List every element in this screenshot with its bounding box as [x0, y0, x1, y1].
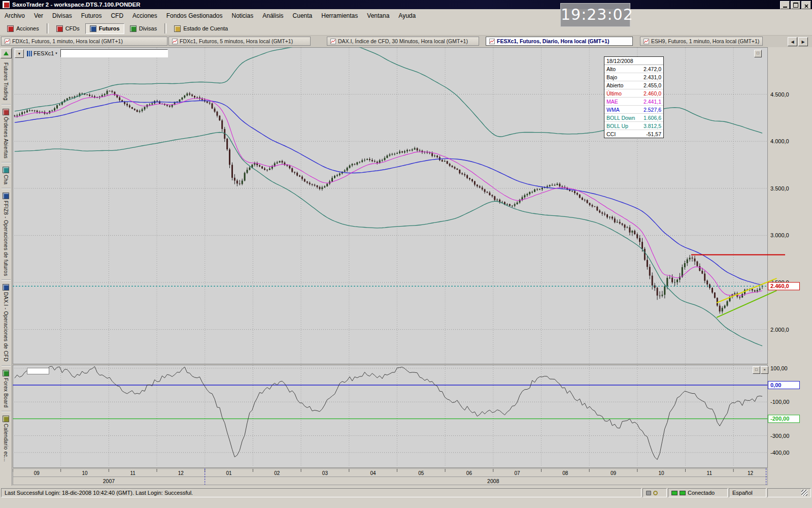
chart-icon: [172, 39, 178, 44]
tooltip-row: CCI-51,57: [604, 130, 663, 138]
chart-icon: [5, 39, 10, 44]
sidebar-item-forex-board[interactable]: Forex Board: [3, 370, 9, 407]
toolbar-divisas[interactable]: Divisas: [125, 23, 161, 34]
toolbar-futuros[interactable]: Futuros: [85, 23, 124, 34]
svg-text:02: 02: [274, 470, 280, 476]
tooltip-row: Abierto2.455,0: [604, 81, 663, 89]
sidebar-expand-button[interactable]: [1, 48, 12, 58]
svg-text:10: 10: [659, 470, 665, 476]
svg-text:04: 04: [370, 470, 377, 476]
key-icon: [653, 491, 658, 495]
divisas-icon: [130, 25, 137, 32]
menu-archivo[interactable]: Archivo: [0, 11, 29, 21]
symbol-input[interactable]: [60, 49, 168, 57]
chevron-down-icon: ▾: [55, 51, 57, 55]
forex-board-icon: [3, 370, 9, 376]
sidebar-separator: [2, 411, 11, 412]
menu-cfd[interactable]: CFD: [106, 11, 128, 21]
svg-text:3.000,0: 3.000,0: [770, 232, 789, 238]
sidebar-item-chart[interactable]: Cha: [3, 167, 9, 184]
toolbar: Acciones CFDs Futuros Divisas Estado de …: [0, 22, 812, 36]
monitor-icon: [680, 491, 686, 495]
cfds-icon: [56, 25, 63, 32]
tab-fesxc1-diario[interactable]: FESXc1, Futuros, Diario, Hora local (GMT…: [486, 37, 633, 46]
menu-ver[interactable]: Ver: [29, 11, 48, 21]
svg-text:4.500,0: 4.500,0: [770, 91, 789, 98]
tooltip-row: BOLL Up3.812,5: [604, 122, 663, 130]
sidebar-separator: [2, 104, 11, 105]
svg-text:09: 09: [34, 470, 40, 476]
futures-trade-icon: [3, 193, 9, 199]
svg-text:2.460,0: 2.460,0: [770, 283, 789, 289]
sidebar-separator: [2, 162, 11, 163]
svg-text:4.000,0: 4.000,0: [770, 138, 789, 144]
tab-scroll-left-button[interactable]: ◀: [788, 37, 797, 46]
menu-divisas[interactable]: Divisas: [48, 11, 77, 21]
status-login-text: Last Successful Login: 18-dic-2008 10:42…: [1, 488, 641, 497]
status-bar: Last Successful Login: 18-dic-2008 10:42…: [0, 487, 812, 499]
tab-fdxc1-1min[interactable]: FDXc1, Futuros, 1 minuto, Hora local (GM…: [1, 37, 167, 46]
tab-daxi-30min[interactable]: DAX.I, Índice de CFD, 30 Minutos, Hora l…: [327, 37, 479, 46]
sidebar-item-ordenes-abiertas[interactable]: Órdenes Abiertas: [3, 109, 9, 158]
tooltip-row: Último2.460,0: [604, 89, 663, 98]
sidebar-item-ffiz8[interactable]: FFIZ8 - Operaciones de futuros: [3, 193, 9, 276]
sidebar: Futures Trading Órdenes Abiertas Cha FFI…: [0, 47, 12, 486]
sidebar-item-calendario[interactable]: Calendario ec...: [3, 416, 9, 462]
svg-text:100,00: 100,00: [770, 365, 788, 371]
menu-herramientas[interactable]: Herramientas: [317, 11, 362, 21]
maximize-button[interactable]: [791, 1, 800, 9]
chart-panel-icon: [3, 167, 9, 173]
futuros-icon: [90, 25, 96, 32]
lock-icon: [646, 491, 651, 495]
monitor-icon: [671, 491, 678, 495]
status-empty-cell: [767, 488, 811, 497]
price-panel-restore-button[interactable]: □: [754, 50, 762, 57]
indicator-restore-button[interactable]: □: [753, 366, 760, 374]
clock-overlay: 19:23:02: [560, 3, 630, 27]
svg-text:07: 07: [515, 470, 521, 476]
orders-icon: [3, 109, 9, 115]
chart-canvas[interactable]: 4.500,04.000,03.500,03.000,02.500,02.000…: [13, 47, 812, 486]
minimize-button[interactable]: [780, 1, 790, 9]
svg-text:3.500,0: 3.500,0: [770, 185, 789, 192]
indicator-close-button[interactable]: ×: [761, 366, 768, 374]
sidebar-separator: [2, 188, 11, 189]
tooltip-date: 18/12/2008: [604, 57, 663, 65]
maximize-icon: [793, 3, 798, 8]
toolbar-estado-de-cuenta[interactable]: Estado de Cuenta: [170, 23, 232, 34]
language-label: Español: [732, 490, 753, 496]
tab-esh9-1min[interactable]: ESH9, Futuros, 1 minuto, Hora local (GMT…: [640, 37, 763, 46]
chart-dropdown-button[interactable]: ▼: [15, 49, 24, 58]
window-frame-bottom: [0, 499, 812, 508]
chart-tab-bar: FDXc1, Futuros, 1 minuto, Hora local (GM…: [0, 36, 812, 48]
svg-text:11: 11: [130, 470, 136, 476]
close-icon: [804, 4, 808, 8]
tooltip-row: Bajo2.431,0: [604, 73, 663, 81]
menu-acciones[interactable]: Acciones: [128, 11, 162, 21]
toolbar-acciones[interactable]: Acciones: [3, 23, 44, 34]
svg-text:05: 05: [418, 470, 424, 476]
menu-cuenta[interactable]: Cuenta: [288, 11, 317, 21]
sidebar-item-daxi[interactable]: DAX.I - Operaciones de CFD: [3, 284, 9, 362]
tab-scroll-right-button[interactable]: ▶: [798, 37, 808, 46]
toolbar-separator: [164, 23, 166, 34]
tooltip-row: Alto2.472,0: [604, 65, 663, 73]
svg-text:2008: 2008: [487, 478, 499, 484]
menu-noticias[interactable]: Noticias: [227, 11, 258, 21]
menu-fondos[interactable]: Fondos Gestionados: [162, 11, 227, 21]
menu-ayuda[interactable]: Ayuda: [394, 11, 420, 21]
menu-futuros[interactable]: Futuros: [77, 11, 107, 21]
cfd-trade-icon: [3, 284, 9, 291]
close-button[interactable]: [801, 1, 811, 9]
menu-ventana[interactable]: Ventana: [362, 11, 394, 21]
svg-text:0,00: 0,00: [770, 382, 781, 388]
status-language-cell[interactable]: Español: [729, 488, 766, 497]
tab-fdxc1-5min[interactable]: FDXc1, Futuros, 5 minutos, Hora local (G…: [168, 37, 311, 46]
sidebar-item-futures-trading[interactable]: Futures Trading: [3, 62, 9, 101]
ohlc-tooltip: 18/12/2008 Alto2.472,0 Bajo2.431,0 Abier…: [604, 56, 664, 138]
resize-grip[interactable]: [801, 490, 807, 496]
symbol-selector[interactable]: FESXc1 ▾: [25, 50, 59, 56]
menu-analisis[interactable]: Análisis: [258, 11, 288, 21]
green-arrow-icon: [4, 51, 9, 55]
toolbar-cfds[interactable]: CFDs: [52, 23, 84, 34]
